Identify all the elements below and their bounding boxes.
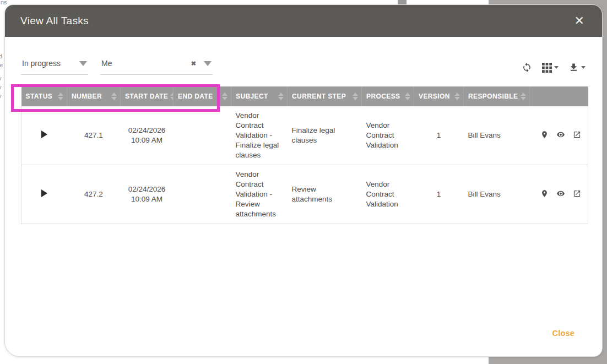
- tasks-table: STATUS NUMBER START DATE END DATE SUBJEC…: [21, 86, 588, 224]
- refresh-icon: [522, 62, 532, 73]
- cell-subject: Vendor Contract Validation - Review atta…: [231, 165, 288, 224]
- expand-play-icon[interactable]: [41, 131, 47, 138]
- cell-end-date: [174, 165, 231, 224]
- assignee-filter-value: Me: [101, 59, 191, 68]
- table-toolbar: [521, 61, 587, 74]
- background-text-fragment: 'e: [0, 62, 3, 69]
- column-label: START DATE: [125, 93, 168, 100]
- assignee-filter-select[interactable]: Me ✖: [100, 57, 213, 75]
- column-header-subject[interactable]: SUBJECT: [231, 86, 288, 106]
- sort-icon: [521, 93, 526, 100]
- open-external-icon[interactable]: [573, 131, 581, 140]
- column-label: PROCESS: [366, 93, 400, 100]
- modal-footer: Close: [21, 329, 587, 356]
- column-label: SUBJECT: [236, 93, 268, 100]
- grid-columns-icon: [542, 63, 552, 73]
- column-label: CURRENT STEP: [292, 93, 346, 100]
- cell-version: 1: [414, 165, 464, 224]
- modal-body: In progress Me ✖: [5, 37, 602, 356]
- status-filter-select[interactable]: In progress: [21, 57, 88, 75]
- background-text-fragment: v: [0, 84, 2, 91]
- cell-responsible: Bill Evans: [464, 165, 530, 224]
- column-label: STATUS: [26, 93, 53, 100]
- background-artifact: [398, 0, 407, 4]
- clear-filter-icon[interactable]: ✖: [191, 60, 196, 67]
- sort-icon: [278, 93, 284, 100]
- location-pin-icon[interactable]: [540, 189, 549, 200]
- close-icon[interactable]: ✕: [573, 15, 586, 27]
- expand-play-icon[interactable]: [41, 189, 47, 197]
- modal-header: View All Tasks ✕: [5, 5, 602, 37]
- background-text-fragment: d: [0, 53, 2, 60]
- modal-title: View All Tasks: [20, 15, 89, 27]
- cell-number: 427.2: [67, 165, 121, 224]
- column-label: VERSION: [419, 93, 450, 100]
- filter-toolbar-row: In progress Me ✖: [21, 57, 587, 83]
- background-text-fragment: ns: [1, 0, 7, 6]
- column-label: RESPONSIBLE: [468, 93, 518, 100]
- chevron-down-icon: [554, 66, 559, 69]
- column-chooser-button[interactable]: [541, 62, 560, 74]
- chevron-down-icon: [581, 66, 586, 69]
- sort-icon: [353, 93, 358, 100]
- sort-icon: [454, 93, 460, 100]
- cell-start-date: 02/24/2026 10:09 AM: [121, 106, 174, 165]
- table-header: STATUS NUMBER START DATE END DATE SUBJEC…: [21, 86, 588, 106]
- table-row: 427.2 02/24/2026 10:09 AM Vendor Contrac…: [21, 165, 588, 224]
- table-row: 427.1 02/24/2026 10:09 AM Vendor Contrac…: [21, 106, 588, 165]
- sort-icon: [405, 93, 410, 100]
- open-external-icon[interactable]: [573, 189, 581, 199]
- view-all-tasks-modal: View All Tasks ✕ In progress Me ✖: [4, 4, 603, 357]
- refresh-button[interactable]: [521, 61, 533, 74]
- cell-end-date: [174, 106, 231, 165]
- cell-start-date: 02/24/2026 10:09 AM: [121, 165, 174, 224]
- cell-current-step: Review attachments: [288, 165, 362, 224]
- column-header-number[interactable]: NUMBER: [67, 86, 121, 106]
- sort-icon: [111, 93, 117, 100]
- cell-responsible: Bill Evans: [464, 106, 530, 165]
- filters: In progress Me ✖: [21, 57, 213, 75]
- sort-icon: [58, 93, 63, 100]
- cell-current-step: Finalize legal clauses: [288, 106, 362, 165]
- row-actions: [534, 130, 584, 141]
- background-text-fragment: v: [0, 75, 2, 82]
- eye-view-icon[interactable]: [556, 131, 566, 140]
- column-header-status[interactable]: STATUS: [21, 86, 67, 106]
- chevron-down-icon: [204, 61, 212, 66]
- column-header-responsible[interactable]: RESPONSIBLE: [464, 86, 530, 106]
- column-header-current-step[interactable]: CURRENT STEP: [288, 86, 362, 106]
- export-download-button[interactable]: [567, 61, 587, 74]
- cell-version: 1: [414, 106, 464, 165]
- sort-icon: [222, 93, 227, 100]
- cell-subject: Vendor Contract Validation - Finalize le…: [231, 106, 288, 165]
- eye-view-icon[interactable]: [556, 189, 566, 199]
- column-label: NUMBER: [72, 93, 102, 100]
- row-actions: [534, 189, 584, 200]
- cell-process: Vendor Contract Validation: [362, 106, 414, 165]
- chevron-down-icon: [79, 61, 87, 66]
- column-header-actions: [530, 86, 588, 106]
- cell-process: Vendor Contract Validation: [362, 165, 414, 224]
- download-icon: [568, 62, 579, 73]
- column-header-version[interactable]: VERSION: [414, 86, 464, 106]
- column-header-start-date[interactable]: START DATE: [121, 86, 174, 106]
- location-pin-icon[interactable]: [540, 130, 549, 141]
- column-header-process[interactable]: PROCESS: [362, 86, 414, 106]
- close-button[interactable]: Close: [552, 329, 575, 338]
- column-label: END DATE: [178, 93, 213, 100]
- cell-number: 427.1: [67, 106, 121, 165]
- sort-icon: [170, 93, 173, 100]
- status-filter-value: In progress: [22, 59, 76, 68]
- background-text-fragment: v: [0, 93, 2, 100]
- column-header-end-date[interactable]: END DATE: [174, 86, 231, 106]
